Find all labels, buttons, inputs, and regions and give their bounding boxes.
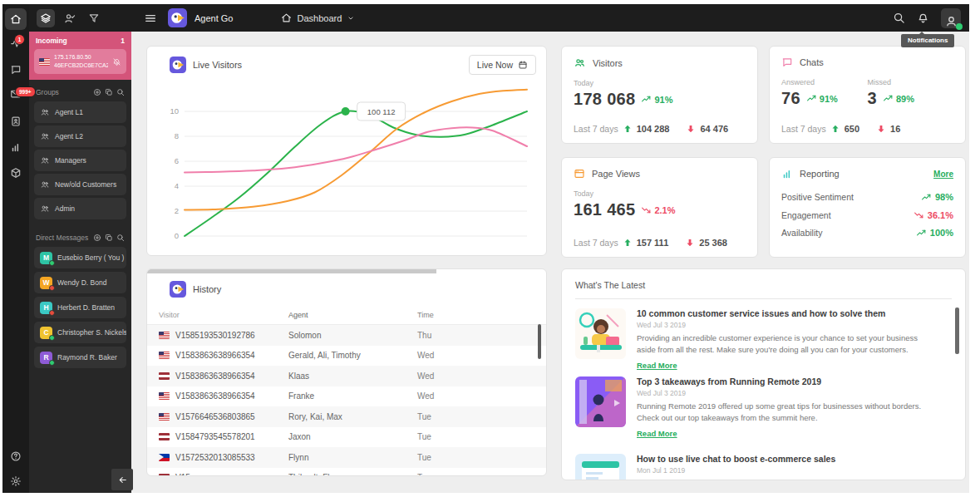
read-more-link[interactable]: Read More <box>637 429 677 438</box>
us-flag-icon <box>39 58 50 66</box>
calendar-icon <box>518 60 528 70</box>
reporting-label: Availability <box>781 228 822 238</box>
menu-icon[interactable] <box>144 12 157 25</box>
history-row[interactable]: V1572532013085533 Flynn Tue <box>147 447 546 468</box>
latest-vertical-scrollbar[interactable] <box>955 308 959 354</box>
rail-reports-button[interactable] <box>5 136 27 158</box>
rail-contacts-button[interactable] <box>5 111 27 132</box>
sidebar-dm-item[interactable]: H Herbert D. Bratten <box>34 297 126 318</box>
group-label: Managers <box>55 156 86 165</box>
article-title[interactable]: Top 3 takeaways from Running Remote 2019 <box>637 376 923 386</box>
collapse-sidebar-button[interactable] <box>111 469 133 490</box>
chevron-down-icon <box>347 14 355 22</box>
sidebar-group-item[interactable]: Admin <box>34 198 126 219</box>
agent-names: Thibault, Fl... <box>288 473 417 476</box>
arrow-up-icon <box>623 238 633 248</box>
visitor-id: V1584793545578201 <box>175 432 255 441</box>
visitors-title: Visitors <box>593 58 623 68</box>
duplicate-dm-icon[interactable] <box>105 234 113 242</box>
missed-label: Missed <box>868 78 954 86</box>
history-row[interactable]: V1576646536803865 Rory, Kai, Max Tue <box>147 406 546 427</box>
us-flag-icon <box>159 413 170 421</box>
rail-help-button[interactable] <box>5 445 27 467</box>
search-groups-icon[interactable] <box>116 88 125 96</box>
sidebar-group-item[interactable]: Managers <box>34 150 126 171</box>
reporting-more-link[interactable]: More <box>933 170 953 179</box>
user-avatar[interactable] <box>941 8 961 28</box>
add-dm-icon[interactable] <box>93 234 101 242</box>
article-title[interactable]: How to use live chat to boost e-commerce… <box>637 454 923 464</box>
direct-messages-title: Direct Messages <box>36 234 88 242</box>
svg-text:100 112: 100 112 <box>367 107 396 116</box>
visitors-trend: 91% <box>654 95 672 105</box>
dm-list: M Eusebio Berry ( You )W Wendy D. BondH … <box>29 247 131 368</box>
sidebar-layers-button[interactable] <box>37 9 55 27</box>
sidebar-agents-button[interactable] <box>61 9 79 27</box>
sidebar-dm-item[interactable]: M Eusebio Berry ( You ) <box>34 247 126 268</box>
reporting-icon <box>781 168 793 180</box>
live-now-button[interactable]: Live Now <box>469 55 536 75</box>
history-card: History VisitorAgentTime V15851935301927… <box>146 268 547 476</box>
history-row[interactable]: V15... Thibault, Fl... Tue <box>147 468 546 477</box>
history-row[interactable]: V1584793545578201 Jaxon Tue <box>147 427 546 448</box>
duplicate-icon[interactable] <box>105 88 113 96</box>
missed-value: 3 <box>868 89 877 108</box>
svg-text:4: 4 <box>175 181 179 190</box>
avatar: M <box>40 252 52 264</box>
article-thumbnail[interactable] <box>575 308 626 359</box>
rail-apps-button[interactable] <box>5 162 27 184</box>
sidebar-group-item[interactable]: Agent L1 <box>34 101 126 123</box>
dashboard-nav-dropdown[interactable]: Dashboard <box>281 12 355 23</box>
mute-icon[interactable] <box>112 57 121 66</box>
page-views-today-label: Today <box>574 189 746 198</box>
svg-text:8: 8 <box>175 131 179 140</box>
dm-name: Christopher S. Nickels <box>57 328 126 337</box>
sidebar-group-item[interactable]: New/old Customers <box>34 174 126 195</box>
sidebar-toolbar <box>29 4 131 32</box>
visitors-up-value: 104 288 <box>637 124 670 134</box>
rail-chats-button[interactable] <box>5 59 27 81</box>
sidebar-dm-item[interactable]: C Christopher S. Nickels <box>34 322 126 343</box>
page-views-card: Page Views Today 161 465 2.1% Last 7 day… <box>561 157 758 258</box>
sidebar-dm-item[interactable]: R Raymond R. Baker <box>34 347 126 368</box>
search-dm-icon[interactable] <box>116 234 125 242</box>
svg-text:0: 0 <box>175 231 179 240</box>
notifications-bell-icon[interactable] <box>917 12 929 24</box>
history-row[interactable]: V1583863638966354 Klaas Wed <box>147 366 546 386</box>
sidebar-filter-button[interactable] <box>85 9 103 27</box>
rail-settings-button[interactable] <box>5 470 27 492</box>
history-row[interactable]: V1585193530192786 Solomon Thu <box>147 325 546 346</box>
history-row[interactable]: V1583863638966354 Gerald, Ali, Timothy W… <box>147 346 546 367</box>
search-icon[interactable] <box>893 12 905 24</box>
history-row[interactable]: V1583863638966354 Franke Wed <box>147 386 546 407</box>
trend-up-icon <box>641 94 652 105</box>
incoming-chat-item[interactable]: 175.176.80.50 46EFCB2DC6E7CA2... <box>34 49 126 74</box>
history-vertical-scrollbar[interactable] <box>538 324 541 359</box>
add-group-icon[interactable] <box>93 88 101 96</box>
page-views-down-value: 25 368 <box>699 238 727 248</box>
visit-time: Wed <box>417 391 534 401</box>
agent-names: Franke <box>288 391 417 401</box>
news-article: 10 common customer service issues and ho… <box>575 308 944 372</box>
visitors-today-value: 178 068 <box>574 90 635 109</box>
article-body: Providing an incredible customer experie… <box>637 332 923 357</box>
group-label: Agent L1 <box>55 108 83 116</box>
article-title[interactable]: 10 common customer service issues and ho… <box>637 308 923 318</box>
reporting-card: Reporting More Positive Sentiment 98%Eng… <box>769 157 966 258</box>
users-icon <box>40 131 50 141</box>
live-visitors-logo-icon <box>170 57 186 73</box>
us-flag-icon <box>159 332 170 339</box>
history-horizontal-scrollbar[interactable] <box>147 269 436 273</box>
article-thumbnail[interactable] <box>575 454 626 480</box>
sidebar-dm-item[interactable]: W Wendy D. Bond <box>34 272 126 293</box>
reporting-rows: Positive Sentiment 98%Engagement 36.1%Av… <box>770 192 965 239</box>
visitors-last7-label: Last 7 days <box>574 124 618 134</box>
rail-home-button[interactable] <box>5 8 27 30</box>
article-thumbnail[interactable] <box>575 376 626 427</box>
visit-time: Thu <box>417 331 534 340</box>
divider <box>575 298 952 299</box>
read-more-link[interactable]: Read More <box>637 361 677 370</box>
trend-down-icon <box>641 204 652 215</box>
us-flag-icon <box>159 352 170 359</box>
sidebar-group-item[interactable]: Agent L2 <box>34 125 126 147</box>
